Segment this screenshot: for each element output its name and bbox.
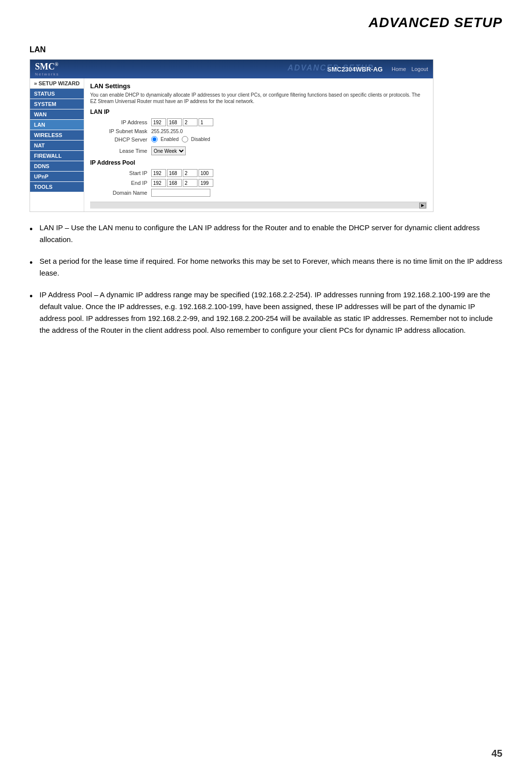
end-octet3[interactable]	[183, 179, 198, 187]
ip-octet3[interactable]	[183, 118, 198, 126]
ip-octet2[interactable]	[167, 118, 182, 126]
section-heading: LAN	[0, 35, 532, 59]
bullet-dot-1: •	[30, 223, 33, 236]
router-main: LAN Settings You can enable DHCP to dyna…	[84, 78, 433, 212]
router-top-bar: SMC® Networks ADVANCED SETUP SMC2304WBR-…	[30, 60, 433, 78]
ip-octet1[interactable]	[151, 118, 166, 126]
page-number: 45	[492, 748, 502, 759]
nav-item-wizard[interactable]: » SETUP WIZARD	[30, 78, 84, 89]
nav-item-lan[interactable]: LAN	[30, 120, 84, 130]
logout-link[interactable]: Logout	[411, 66, 428, 72]
settings-title: LAN Settings	[90, 82, 427, 90]
scrollbar-right-btn[interactable]: ▶	[419, 203, 426, 209]
ip-octet4[interactable]	[199, 118, 213, 126]
nav-item-wan[interactable]: WAN	[30, 109, 84, 120]
bullet-dot-2: •	[30, 256, 33, 270]
nav-links: Home Logout	[388, 66, 428, 72]
page-header: ADVANCED SETUP	[0, 0, 532, 35]
start-ip-group	[151, 169, 425, 177]
bullet-item-3: • IP Address Pool – A dynamic IP address…	[30, 289, 502, 336]
bullet-item-1: • LAN IP – Use the LAN menu to configure…	[30, 222, 502, 246]
bullet-text-1: LAN IP – Use the LAN menu to configure t…	[39, 222, 502, 246]
ip-address-label: IP Address	[90, 117, 149, 127]
nav-item-upnp[interactable]: UPnP	[30, 172, 84, 182]
bullet-dot-3: •	[30, 290, 33, 303]
nav-item-tools[interactable]: TOOLS	[30, 182, 84, 192]
settings-desc: You can enable DHCP to dynamically alloc…	[90, 92, 427, 105]
start-octet2[interactable]	[167, 169, 182, 177]
dhcp-enabled-radio[interactable]	[151, 136, 158, 142]
home-link[interactable]: Home	[392, 66, 406, 72]
bullet-text-3: IP Address Pool – A dynamic IP address r…	[39, 289, 502, 336]
brand-sub: Networks	[35, 72, 59, 76]
subnet-label: IP Subnet Mask	[90, 127, 149, 135]
lan-form: IP Address IP Subnet Mask 255.255.255.0	[90, 117, 427, 156]
router-content: » SETUP WIZARD STATUS SYSTEM WAN LAN WIR…	[30, 78, 433, 212]
nav-item-system[interactable]: SYSTEM	[30, 99, 84, 109]
end-ip-group	[151, 179, 425, 187]
end-octet1[interactable]	[151, 179, 166, 187]
ip-address-group	[151, 118, 425, 126]
end-ip-label: End IP	[90, 178, 149, 188]
dhcp-disabled-label: Disabled	[191, 137, 210, 142]
bullet-item-2: • Set a period for the lease time if req…	[30, 255, 502, 279]
domain-input[interactable]	[151, 189, 210, 197]
nav-item-status[interactable]: STATUS	[30, 89, 84, 99]
lease-select[interactable]: One Week Forever One Day	[151, 146, 186, 155]
brand-name: SMC®	[35, 62, 58, 71]
dhcp-label: DHCP Server	[90, 135, 149, 143]
dhcp-radio-group: Enabled Disabled	[151, 136, 425, 142]
section-label: LAN	[30, 45, 46, 54]
lease-label: Lease Time	[90, 145, 149, 156]
start-ip-label: Start IP	[90, 168, 149, 178]
bg-title: ADVANCED SETUP	[288, 64, 374, 72]
domain-label: Domain Name	[90, 188, 149, 198]
ip-pool-form: Start IP End IP	[90, 168, 427, 198]
start-octet3[interactable]	[183, 169, 198, 177]
dhcp-enabled-label: Enabled	[161, 137, 179, 142]
bottom-scrollbar: ▶	[90, 202, 427, 209]
end-octet4[interactable]	[199, 179, 213, 187]
dhcp-disabled-radio[interactable]	[182, 136, 188, 142]
bullet-text-2: Set a period for the lease time if requi…	[39, 255, 502, 279]
ip-pool-label: IP Address Pool	[90, 159, 427, 166]
subnet-value: 255.255.255.0	[151, 129, 183, 134]
nav-item-ddns[interactable]: DDNS	[30, 161, 84, 172]
lan-ip-label: LAN IP	[90, 108, 427, 115]
router-nav: » SETUP WIZARD STATUS SYSTEM WAN LAN WIR…	[30, 78, 84, 212]
nav-item-nat[interactable]: NAT	[30, 141, 84, 151]
smc-logo: SMC® Networks	[35, 62, 59, 76]
start-octet4[interactable]	[199, 169, 213, 177]
bullet-section: • LAN IP – Use the LAN menu to configure…	[0, 212, 532, 356]
router-screenshot: SMC® Networks ADVANCED SETUP SMC2304WBR-…	[30, 59, 433, 212]
nav-item-firewall[interactable]: FIREWALL	[30, 151, 84, 161]
page-title: ADVANCED SETUP	[368, 15, 502, 30]
end-octet2[interactable]	[167, 179, 182, 187]
nav-item-wireless[interactable]: WIRELESS	[30, 130, 84, 141]
start-octet1[interactable]	[151, 169, 166, 177]
